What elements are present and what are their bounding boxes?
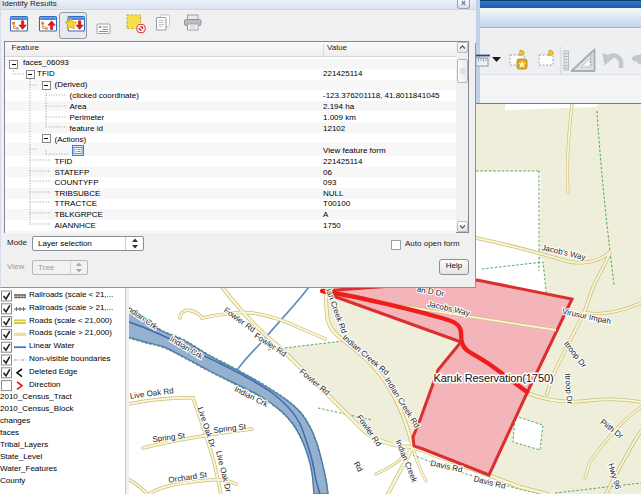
svg-text:Karuk Reservation(1750): Karuk Reservation(1750) bbox=[434, 372, 554, 384]
